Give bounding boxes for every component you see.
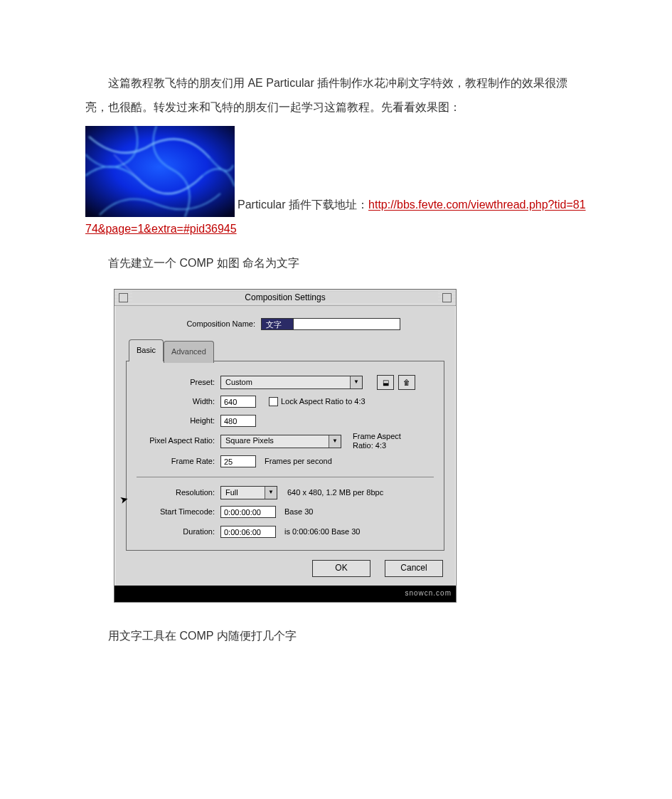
lock-aspect-label: Lock Aspect Ratio to 4:3 [281,393,366,410]
duration-info: is 0:00:06:00 Base 30 [284,524,360,540]
fps-label: Frame Rate: [137,453,215,470]
dialog-titlebar: Composition Settings [114,290,456,306]
par-value: Square Pixels [221,433,329,449]
height-label: Height: [137,413,215,429]
comp-name-input[interactable]: 文字 [261,318,294,330]
preset-value: Custom [221,374,350,391]
height-input[interactable]: 480 [220,415,256,427]
resolution-combo[interactable]: Full ▼ [220,486,277,499]
download-prefix: Particular 插件下载地址： [238,199,368,211]
dialog-title: Composition Settings [132,292,438,303]
resolution-label: Resolution: [137,485,215,501]
tab-panel-basic: Preset: Custom ▼ ⬓ 🗑 [126,361,444,551]
width-label: Width: [137,393,215,410]
ok-button[interactable]: OK [312,560,370,577]
watermark-text: snowcn.com [114,586,456,602]
duration-input[interactable]: 0:00:06:00 [220,526,276,538]
chevron-down-icon[interactable]: ▼ [265,487,277,499]
delete-preset-button[interactable]: 🗑 [398,375,415,390]
intro-paragraph: 这篇教程教飞特的朋友们用 AE Particular 插件制作水花冲刷文字特效，… [85,71,587,119]
chevron-down-icon[interactable]: ▼ [350,376,362,388]
preset-combo[interactable]: Custom ▼ [220,376,363,389]
start-timecode-input[interactable]: 0:00:00:00 [220,506,276,518]
floppy-icon: ⬓ [383,375,389,390]
start-timecode-label: Start Timecode: [137,504,215,520]
tab-advanced[interactable]: Advanced [164,341,214,362]
tab-basic[interactable]: Basic [129,339,164,361]
lock-aspect-checkbox[interactable] [269,397,278,406]
step2-paragraph: 用文字工具在 COMP 内随便打几个字 [85,624,587,648]
start-timecode-info: Base 30 [284,504,313,520]
chevron-down-icon[interactable]: ▼ [329,435,341,448]
titlebar-close-box[interactable] [119,293,128,302]
resolution-info: 640 x 480, 1.2 MB per 8bpc [287,485,383,501]
composition-settings-dialog: Composition Settings Composition Name: 文… [114,289,457,602]
step1-paragraph: 首先建立一个 COMP 如图 命名为文字 [85,251,587,275]
effect-preview-image [85,126,235,217]
par-label: Pixel Aspect Ratio: [137,433,215,449]
trash-icon: 🗑 [403,375,410,390]
svg-rect-0 [85,126,235,217]
titlebar-zoom-box[interactable] [442,293,452,302]
comp-name-label: Composition Name: [170,316,255,332]
duration-label: Duration: [137,524,215,540]
comp-name-input-rest[interactable] [294,318,400,330]
resolution-value: Full [221,485,265,501]
cancel-button[interactable]: Cancel [385,560,443,577]
fps-suffix: Frames per second [265,453,332,470]
preset-label: Preset: [137,374,215,391]
par-combo[interactable]: Square Pixels ▼ [220,435,341,448]
save-preset-button[interactable]: ⬓ [377,375,394,390]
fps-input[interactable]: 25 [220,455,256,467]
width-input[interactable]: 640 [220,396,256,408]
frame-aspect-label: Frame Aspect Ratio: 4:3 [353,432,401,450]
